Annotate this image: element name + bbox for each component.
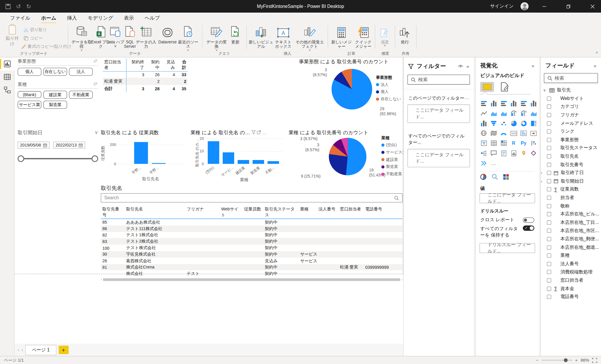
- sign-in-button[interactable]: サインイン: [490, 3, 514, 9]
- paginated-report-icon[interactable]: [509, 148, 519, 158]
- data-view-button[interactable]: [0, 70, 15, 83]
- waterfall-chart-icon[interactable]: [479, 118, 489, 128]
- field-item[interactable]: 事業形態: [541, 136, 601, 144]
- field-checkbox[interactable]: [547, 105, 551, 109]
- minimize-button[interactable]: [536, 0, 553, 13]
- table-grid[interactable]: 取引先番号取引先名フリガナWebサイト従業員数取引先ステータス業種法人番号窓口担…: [101, 206, 403, 277]
- pie-plot[interactable]: [329, 138, 367, 175]
- restore-button[interactable]: [560, 0, 577, 13]
- refresh-button[interactable]: 更新: [227, 25, 244, 44]
- field-item[interactable]: 業種: [541, 251, 601, 260]
- bar[interactable]: [253, 160, 264, 164]
- decomposition-tree-icon[interactable]: [479, 148, 489, 158]
- column-header[interactable]: 取引先番号: [101, 206, 125, 218]
- column-header[interactable]: 取引先ステータス: [263, 206, 298, 218]
- field-item[interactable]: カテゴリ: [541, 103, 601, 111]
- menu-tab-モデリング[interactable]: モデリング: [83, 13, 118, 23]
- field-item[interactable]: フリガナ: [541, 111, 601, 119]
- field-item[interactable]: 電話番号: [541, 293, 601, 301]
- zoom-slider[interactable]: [541, 360, 572, 361]
- pie-chart-icon[interactable]: [509, 118, 519, 128]
- horizontal-scrollbar[interactable]: ‹›: [101, 278, 403, 281]
- page-tab[interactable]: ページ 1: [25, 345, 56, 355]
- values-dropzone[interactable]: ここにデータ フィールド...: [480, 193, 535, 203]
- field-checkbox[interactable]: [547, 254, 551, 258]
- field-item[interactable]: メールアドレス: [541, 119, 601, 127]
- area-chart-icon[interactable]: [489, 108, 499, 118]
- field-checkbox[interactable]: [547, 96, 551, 101]
- copy-button[interactable]: コピー: [24, 35, 43, 41]
- field-item[interactable]: ランク: [541, 127, 601, 136]
- bar[interactable]: [223, 152, 234, 164]
- fit-to-page-icon[interactable]: [592, 358, 597, 363]
- ribbon-collapse-icon[interactable]: ˄: [596, 50, 598, 55]
- field-checkbox[interactable]: [547, 179, 551, 183]
- metrics-icon[interactable]: [480, 174, 487, 180]
- field-checkbox[interactable]: [547, 146, 551, 150]
- field-checkbox[interactable]: [547, 195, 551, 200]
- power-automate-icon[interactable]: [479, 158, 489, 168]
- end-date-input[interactable]: 2022/02/13: [53, 142, 85, 149]
- menu-tab-挿入[interactable]: 挿入: [63, 13, 82, 23]
- start-date-input[interactable]: 2019/05/08: [18, 142, 49, 149]
- bar[interactable]: [152, 163, 166, 164]
- format-visual-mode-button[interactable]: [500, 82, 509, 91]
- field-item[interactable]: 担当者: [541, 194, 601, 202]
- field-item[interactable]: 本店所在地_郵便...: [541, 235, 601, 243]
- column-header[interactable]: 法人番号: [317, 206, 338, 218]
- collapse-pane-icon[interactable]: »: [531, 63, 534, 69]
- table-search-input[interactable]: Search: [101, 193, 403, 203]
- bar[interactable]: [238, 160, 249, 164]
- slicer-industry[interactable]: 業種 (Blank)建設業不動産業サービス業製造業: [18, 81, 98, 111]
- bar[interactable]: [208, 141, 219, 164]
- keep-all-filters-toggle[interactable]: [523, 225, 534, 231]
- build-visual-mode-button[interactable]: [480, 82, 494, 92]
- stacked-bar-chart-icon[interactable]: [479, 98, 489, 108]
- add-page-button[interactable]: +: [58, 346, 68, 354]
- menu-tab-表示[interactable]: 表示: [119, 13, 139, 23]
- table-row[interactable]: 81株式会社Crena契約中松浦 愛実0399999999: [101, 264, 403, 271]
- table-row[interactable]: 26葛西株式会社見込みサービス: [101, 258, 403, 264]
- table-icon[interactable]: [489, 138, 499, 148]
- stacked-column-chart-icon[interactable]: [489, 98, 499, 108]
- field-checkbox[interactable]: [547, 163, 551, 167]
- format-painter-button[interactable]: 書式のコピー/貼り付け: [21, 44, 72, 50]
- transform-data-button[interactable]: データの変換˅: [206, 25, 227, 52]
- matrix-icon[interactable]: [499, 138, 509, 148]
- slicer-button[interactable]: 建設業: [43, 91, 67, 99]
- get-more-visuals-icon[interactable]: [503, 174, 509, 180]
- field-item[interactable]: 消費税端数処理: [541, 268, 601, 276]
- enter-data-button[interactable]: データの入力: [136, 25, 156, 49]
- line-clustered-column-chart-icon[interactable]: [519, 108, 529, 118]
- slider-handle-start[interactable]: [18, 155, 24, 162]
- field-checkbox[interactable]: [547, 237, 551, 241]
- eye-icon[interactable]: [457, 64, 463, 68]
- filled-map-icon[interactable]: [489, 128, 499, 138]
- slicer-button[interactable]: 個人: [18, 68, 41, 76]
- cut-button[interactable]: 切り取り: [24, 27, 47, 33]
- field-checkbox[interactable]: [547, 287, 551, 291]
- undo-icon[interactable]: ↺: [16, 3, 21, 10]
- clustered-bar-chart-icon[interactable]: [499, 98, 509, 108]
- table-row[interactable]: 100テスト株式会社契約中: [101, 245, 403, 251]
- field-checkbox[interactable]: [547, 245, 551, 249]
- collapse-pane-icon[interactable]: »: [594, 63, 596, 69]
- field-checkbox[interactable]: [547, 138, 551, 142]
- search-icon[interactable]: [394, 195, 399, 200]
- redo-icon[interactable]: ↻: [26, 3, 31, 10]
- table-row[interactable]: 株式会社テスト契約中: [101, 271, 403, 277]
- avatar[interactable]: [521, 2, 529, 10]
- filter-dropzone-page[interactable]: ここにデータ フィールド...: [407, 105, 470, 123]
- bar[interactable]: [268, 161, 279, 164]
- date-slicer[interactable]: 取引開始日∨ 2019/05/08 2022/02/13: [18, 129, 98, 162]
- field-item[interactable]: 本店所在地_ビル...: [541, 210, 601, 218]
- column-header[interactable]: 取引先名: [124, 206, 185, 218]
- python-icon[interactable]: Py: [519, 138, 529, 148]
- more-options-icon[interactable]: …: [263, 130, 267, 135]
- field-checkbox[interactable]: [547, 171, 551, 175]
- field-checkbox[interactable]: [547, 262, 551, 266]
- table-row[interactable]: 83テスト2株式会社契約中: [101, 238, 403, 245]
- field-item[interactable]: 本店所在地_都道...: [541, 243, 601, 251]
- slicer-button[interactable]: 製造業: [43, 101, 67, 109]
- slicer-button[interactable]: 存在しない: [43, 68, 67, 76]
